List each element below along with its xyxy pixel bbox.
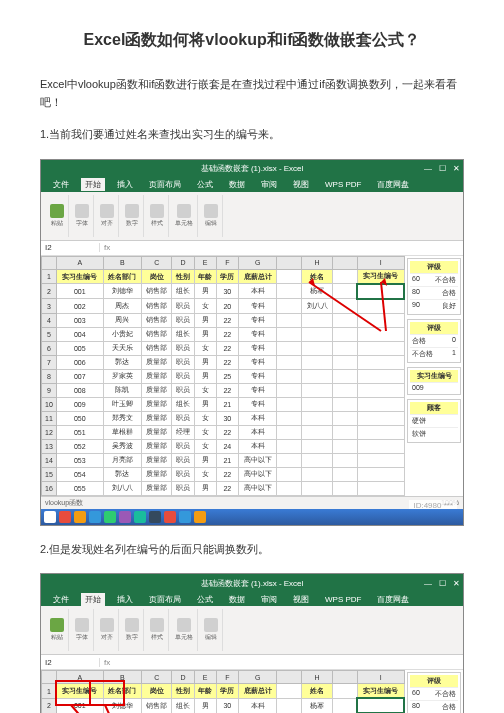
window-title: 基础函数嵌套 (1).xlsx - Excel	[201, 578, 304, 589]
spreadsheet-grid[interactable]: ABCDEFGHI 1实习生编号姓名部门岗位性别年龄学历底薪总计姓名实习生编号 …	[41, 256, 405, 496]
ribbon-tabs: 文件 开始 插入 页面布局 公式 数据 审阅 视图 WPS PDF 百度网盘	[41, 178, 463, 192]
tab-review[interactable]: 审阅	[257, 593, 281, 606]
title-bar: 基础函数嵌套 (1).xlsx - Excel —☐✕	[41, 160, 463, 178]
tab-wpspdf[interactable]: WPS PDF	[321, 594, 365, 605]
step-1-text: 1.当前我们要通过姓名来查找出实习生的编号来。	[40, 126, 464, 144]
tab-baidu[interactable]: 百度网盘	[373, 178, 413, 191]
tab-layout[interactable]: 页面布局	[145, 593, 185, 606]
taskbar	[41, 509, 463, 525]
window-title: 基础函数嵌套 (1).xlsx - Excel	[201, 163, 304, 174]
intro-paragraph: Excel中vlookup函数和if函数进行嵌套是在查找过程中通过if函数调换数…	[40, 76, 464, 111]
ribbon-body: 粘贴 字体 对齐 数字 样式 单元格 编辑	[41, 192, 463, 241]
tab-file[interactable]: 文件	[49, 178, 73, 191]
tab-review[interactable]: 审阅	[257, 178, 281, 191]
tab-home[interactable]: 开始	[81, 593, 105, 606]
tab-view[interactable]: 视图	[289, 178, 313, 191]
status-bar: vlookup函数100%	[41, 496, 463, 509]
formula-bar: I2 fx	[41, 241, 463, 256]
ribbon-body: 粘贴 字体 对齐 数字 样式 单元格 编辑	[41, 606, 463, 655]
tab-view[interactable]: 视图	[289, 593, 313, 606]
step-2-text: 2.但是发现姓名列在编号的后面只能调换数列。	[40, 541, 464, 559]
tab-formula[interactable]: 公式	[193, 178, 217, 191]
tab-file[interactable]: 文件	[49, 593, 73, 606]
tab-wpspdf[interactable]: WPS PDF	[321, 179, 365, 190]
tab-baidu[interactable]: 百度网盘	[373, 593, 413, 606]
ribbon-tabs: 文件 开始 插入 页面布局 公式 数据 审阅 视图 WPS PDF 百度网盘	[41, 592, 463, 606]
tab-formula[interactable]: 公式	[193, 593, 217, 606]
excel-screenshot-2: 基础函数嵌套 (1).xlsx - Excel —☐✕ 文件 开始 插入 页面布…	[40, 573, 464, 713]
side-panels: 评级60不合格80合格90良好 评级合格0不合格1 实习生编号009 顾客硬饼软…	[405, 256, 463, 496]
tab-home[interactable]: 开始	[81, 178, 105, 191]
excel-screenshot-1: 基础函数嵌套 (1).xlsx - Excel —☐✕ 文件 开始 插入 页面布…	[40, 159, 464, 526]
page-title: Excel函数如何将vlookup和if函数做嵌套公式？	[40, 30, 464, 51]
tab-insert[interactable]: 插入	[113, 178, 137, 191]
spreadsheet-grid[interactable]: ABCDEFGHI 1实习生编号姓名部门岗位性别年龄学历底薪总计姓名实习生编号 …	[41, 670, 405, 713]
fx-icon[interactable]: fx	[100, 658, 114, 667]
name-box[interactable]: I2	[41, 243, 100, 252]
title-bar: 基础函数嵌套 (1).xlsx - Excel —☐✕	[41, 574, 463, 592]
tab-data[interactable]: 数据	[225, 593, 249, 606]
fx-icon[interactable]: fx	[100, 243, 114, 252]
tab-insert[interactable]: 插入	[113, 593, 137, 606]
name-box[interactable]: I2	[41, 658, 100, 667]
tab-layout[interactable]: 页面布局	[145, 178, 185, 191]
window-controls: —☐✕	[423, 164, 461, 173]
tab-data[interactable]: 数据	[225, 178, 249, 191]
